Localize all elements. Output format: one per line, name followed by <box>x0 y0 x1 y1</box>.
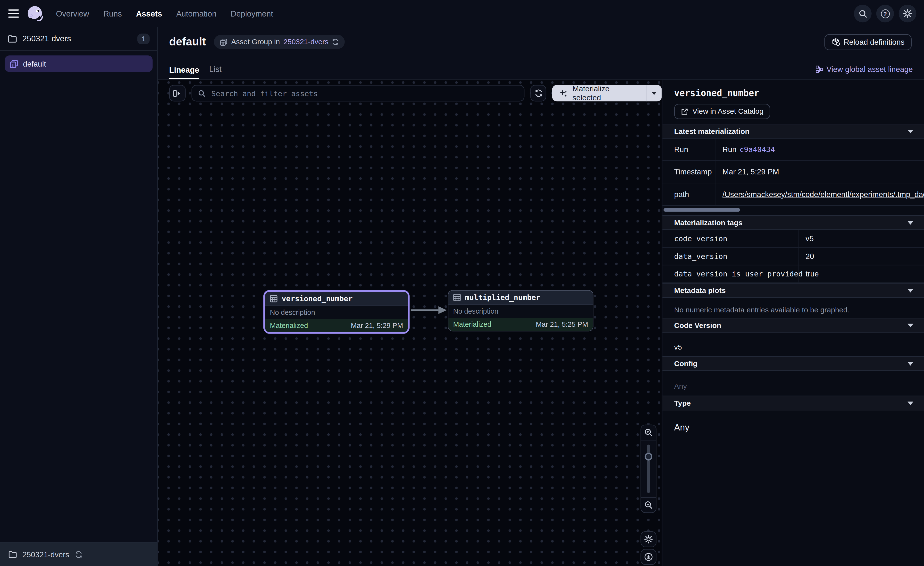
chevron-down-icon <box>908 221 914 224</box>
table-row: data_version_is_user_provided true <box>662 265 924 283</box>
graph-settings-button[interactable] <box>640 531 657 547</box>
chevron-down-icon <box>908 289 914 292</box>
gear-icon <box>644 535 653 543</box>
reload-definitions-label: Reload definitions <box>844 38 904 46</box>
asset-details-panel: versioned_number View in Asset Catalog L… <box>662 80 924 566</box>
section-latest-materialization[interactable]: Latest materialization <box>662 124 924 139</box>
table-row: path /Users/smackesey/stm/code/elementl/… <box>662 184 924 206</box>
timestamp-value: Mar 21, 5:29 PM <box>716 161 924 183</box>
download-icon <box>644 552 653 561</box>
sidebar-footer-repo[interactable]: 250321-dvers <box>0 542 158 566</box>
settings-gear-icon[interactable] <box>899 5 916 23</box>
nav-item-overview[interactable]: Overview <box>56 9 89 18</box>
asset-node-name: multiplied_number <box>465 293 540 302</box>
table-row: code_version v5 <box>662 230 924 248</box>
lineage-canvas[interactable]: Materialize selected versioned_number No… <box>158 80 662 566</box>
table-icon <box>453 294 461 301</box>
zoom-out-button[interactable] <box>641 497 656 512</box>
nav-item-assets[interactable]: Assets <box>136 9 162 18</box>
section-metadata-plots[interactable]: Metadata plots <box>662 283 924 298</box>
tab-list[interactable]: List <box>209 65 222 79</box>
metadata-plots-empty-message: No numeric metadata entries available to… <box>674 306 849 314</box>
expand-sidebar-button[interactable] <box>169 85 186 102</box>
tabs-row: Lineage List View global asset lineage <box>169 65 913 79</box>
section-config[interactable]: Config <box>662 356 924 371</box>
run-prefix: Run <box>723 145 736 154</box>
materialize-selected-label: Materialize selected <box>573 85 639 102</box>
nav-item-deployment[interactable]: Deployment <box>231 9 273 18</box>
sidebar-item-default-group[interactable]: default <box>4 56 153 72</box>
materialized-status: Materialized <box>453 320 491 328</box>
help-glyph: ? <box>883 10 887 17</box>
folder-icon <box>8 35 17 43</box>
sparkles-icon <box>560 89 568 98</box>
nav-item-automation[interactable]: Automation <box>176 9 216 18</box>
materialize-selected-button[interactable]: Materialize selected <box>552 85 646 102</box>
asset-group-icon <box>220 38 228 46</box>
view-in-asset-catalog-label: View in Asset Catalog <box>692 107 764 116</box>
materialize-dropdown-button[interactable] <box>646 85 662 102</box>
help-icon[interactable]: ? <box>876 5 894 23</box>
search-icon[interactable] <box>854 5 872 23</box>
materialized-status: Materialized <box>270 321 308 330</box>
page-title: default <box>169 35 206 48</box>
footer-repo-name: 250321-dvers <box>22 550 69 558</box>
tag-key: data_version <box>662 248 798 265</box>
section-code-version[interactable]: Code Version <box>662 318 924 333</box>
search-icon <box>198 89 206 97</box>
nav-item-runs[interactable]: Runs <box>103 9 122 18</box>
config-value: Any <box>662 371 924 396</box>
table-row: Timestamp Mar 21, 5:29 PM <box>662 161 924 184</box>
tag-value: v5 <box>798 230 924 247</box>
hamburger-menu-icon[interactable] <box>8 9 19 18</box>
asset-group-icon <box>9 59 18 68</box>
dagster-logo-icon[interactable] <box>26 5 44 23</box>
nav-links: Overview Runs Assets Automation Deployme… <box>56 9 273 18</box>
section-materialization-tags[interactable]: Materialization tags <box>662 215 924 230</box>
page-header: default Asset Group in 250321-dvers Relo… <box>158 27 924 80</box>
horizontal-scrollbar[interactable] <box>663 208 740 212</box>
chevron-down-icon <box>652 92 657 95</box>
repo-asset-count-badge: 1 <box>137 33 150 44</box>
view-in-asset-catalog-button[interactable]: View in Asset Catalog <box>674 104 770 119</box>
section-type[interactable]: Type <box>662 396 924 411</box>
badge-repo-link[interactable]: 250321-dvers <box>284 38 328 46</box>
refresh-icon <box>534 89 543 98</box>
chevron-down-icon <box>908 323 914 327</box>
badge-prefix: Asset Group in <box>231 38 280 46</box>
asset-groups-sidebar: 250321-dvers 1 default 250321-dvers <box>0 27 158 566</box>
asset-node-versioned-number[interactable]: versioned_number No description Material… <box>263 290 410 334</box>
zoom-in-button[interactable] <box>641 425 656 440</box>
repo-row[interactable]: 250321-dvers 1 <box>0 27 158 51</box>
chevron-down-icon <box>908 401 914 405</box>
section-title: Materialization tags <box>674 218 742 227</box>
folder-icon <box>8 551 17 558</box>
asset-node-description: No description <box>265 306 408 319</box>
zoom-slider-handle[interactable] <box>645 453 652 461</box>
refresh-graph-button[interactable] <box>530 85 546 102</box>
materialized-timestamp: Mar 21, 5:25 PM <box>536 320 588 328</box>
zoom-slider-track[interactable] <box>647 444 650 493</box>
asset-group-badge[interactable]: Asset Group in 250321-dvers <box>214 35 345 49</box>
refresh-icon[interactable] <box>332 38 339 45</box>
zoom-slider[interactable] <box>641 440 656 497</box>
materialize-split-button: Materialize selected <box>552 85 662 102</box>
asset-node-multiplied-number[interactable]: multiplied_number No description Materia… <box>448 290 594 331</box>
reload-definitions-button[interactable]: Reload definitions <box>824 34 912 50</box>
lineage-graph-icon <box>815 65 823 73</box>
table-row: Run Run c9a40434 <box>662 138 924 161</box>
asset-search-box <box>191 85 524 102</box>
download-image-button[interactable] <box>640 549 657 565</box>
top-nav: Overview Runs Assets Automation Deployme… <box>0 0 924 27</box>
search-input[interactable] <box>210 88 518 98</box>
nav-icon-buttons: ? <box>854 5 916 23</box>
view-global-asset-lineage-link[interactable]: View global asset lineage <box>815 65 913 79</box>
path-link[interactable]: /Users/smackesey/stm/code/elementl/exper… <box>723 190 924 199</box>
refresh-icon[interactable] <box>75 551 82 558</box>
chevron-down-icon <box>908 129 914 133</box>
run-id-link[interactable]: c9a40434 <box>740 145 775 154</box>
asset-detail-title: versioned_number <box>674 88 924 99</box>
graph-toolbar: Materialize selected <box>169 85 662 102</box>
section-title: Latest materialization <box>674 127 750 135</box>
tab-lineage[interactable]: Lineage <box>169 65 200 79</box>
